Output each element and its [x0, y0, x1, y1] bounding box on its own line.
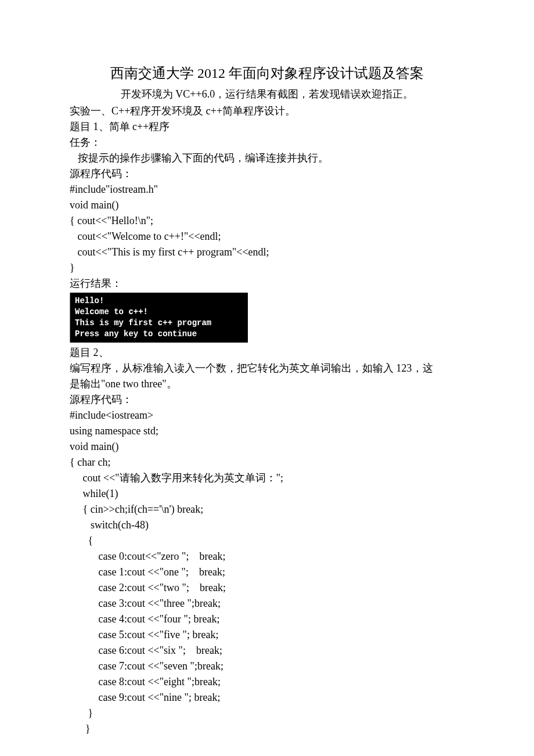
console-line: This is my first c++ program	[75, 318, 243, 329]
code-line: case 8:cout <<"eight ";break;	[70, 674, 464, 690]
code-line: void main()	[70, 197, 464, 213]
code-line: case 5:cout <<"five "; break;	[70, 627, 464, 643]
code-line: cout<<"Welcome to c++!"<<endl;	[70, 229, 464, 244]
body-text: 编写程序，从标准输入读入一个数，把它转化为英文单词输出，如输入 123，这	[70, 361, 464, 376]
code-line: void main()	[70, 439, 464, 455]
code-line: }	[70, 721, 464, 737]
body-text: 任务：	[70, 135, 464, 150]
body-text: 题目 1、简单 c++程序	[70, 119, 464, 135]
code-line: while(1)	[70, 486, 464, 502]
code-line: }	[70, 705, 464, 721]
code-line: cout <<"请输入数字用来转化为英文单词：";	[70, 470, 464, 486]
code-line: case 7:cout <<"seven ";break;	[70, 658, 464, 674]
page-subtitle: 开发环境为 VC++6.0，运行结果有截图，若发现错误欢迎指正。	[70, 87, 464, 101]
code-line: { char ch;	[70, 455, 464, 470]
body-text: 运行结果：	[70, 276, 464, 291]
code-line: using namespace std;	[70, 423, 464, 439]
console-output: Hello! Welcome to c++! This is my first …	[70, 293, 248, 343]
code-line: case 9:cout <<"nine "; break;	[70, 690, 464, 705]
console-line: Welcome to c++!	[75, 307, 243, 318]
code-line: cout<<"This is my first c++ program"<<en…	[70, 244, 464, 260]
code-line: case 3:cout <<"three ";break;	[70, 596, 464, 611]
code-line: #include"iostream.h"	[70, 182, 464, 197]
code-line: case 4:cout <<"four "; break;	[70, 611, 464, 627]
code-line: case 2:cout <<"two "; break;	[70, 580, 464, 596]
code-line: case 1:cout <<"one "; break;	[70, 564, 464, 580]
body-text: 是输出"one two three"。	[70, 376, 464, 392]
body-text: 按提示的操作步骤输入下面的代码，编译连接并执行。	[70, 150, 464, 166]
page-title: 西南交通大学 2012 年面向对象程序设计试题及答案	[70, 64, 464, 82]
code-line: }	[70, 260, 464, 276]
body-text: 实验一、C++程序开发环境及 c++简单程序设计。	[70, 103, 464, 119]
code-line: switch(ch-48)	[70, 517, 464, 533]
console-line: Hello!	[75, 296, 243, 307]
code-line: case 0:cout<<"zero "; break;	[70, 549, 464, 564]
body-text: 源程序代码：	[70, 166, 464, 182]
code-line: { cin>>ch;if(ch=='\n') break;	[70, 502, 464, 517]
code-line: {	[70, 533, 464, 549]
body-text: 源程序代码：	[70, 392, 464, 408]
document-page: 西南交通大学 2012 年面向对象程序设计试题及答案 开发环境为 VC++6.0…	[0, 0, 534, 756]
body-text: 题目 2、	[70, 345, 464, 361]
code-line: #include<iostream>	[70, 408, 464, 423]
code-line: case 6:cout <<"six "; break;	[70, 643, 464, 658]
console-line: Press any key to continue	[75, 329, 243, 340]
code-line: { cout<<"Hello!\n";	[70, 213, 464, 229]
